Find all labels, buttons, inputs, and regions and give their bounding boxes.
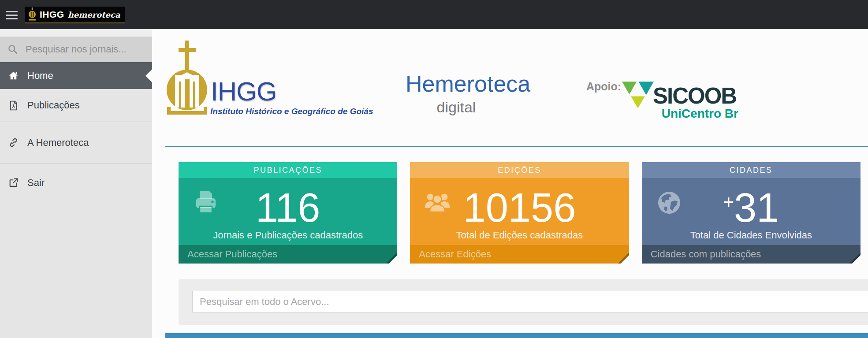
- stat-cards-row: PUBLICAÇÕES 116 Jornais e Publicações ca…: [179, 162, 861, 264]
- sponsor-subname: UniCentro Br: [653, 107, 738, 121]
- sidebar-menu: Home Publicações A Hemeroteca: [0, 62, 152, 202]
- stat-card-cidades[interactable]: CIDADES +31 Total de Cidades Envolvidas …: [642, 162, 861, 264]
- card-body: +31 Total de Cidades Envolvidas: [642, 178, 861, 245]
- search-icon: [7, 44, 19, 55]
- sponsor-name: SICOOB: [653, 85, 736, 107]
- sidebar-item-label: Sair: [27, 177, 45, 189]
- ihgg-logo-subtitle: Instituto Histórico e Geográfico de Goiá…: [210, 107, 373, 116]
- corner-fold-icon: [852, 255, 861, 264]
- sidebar-item-label: A Hemeroteca: [27, 137, 89, 149]
- support-label: Apoio:: [586, 80, 621, 93]
- card-title: CIDADES: [642, 162, 861, 178]
- stat-card-edicoes[interactable]: EDIÇÕES 10156 Total de Edições cadastrad…: [410, 162, 629, 264]
- sidebar-top-strip: [0, 29, 152, 37]
- ihgg-logo-title: IHGG: [211, 78, 276, 105]
- globe-icon: [655, 189, 683, 217]
- card-body: 116 Jornais e Publicações cadastrados: [179, 178, 397, 245]
- top-navbar: IHGG hemeroteca: [0, 0, 868, 29]
- pdf-file-icon: [8, 100, 19, 111]
- site-title: Hemeroteca: [406, 72, 530, 95]
- sicoob-triangle-icon: [622, 81, 654, 110]
- acervo-search-panel: [179, 279, 868, 325]
- sidebar-search: [0, 37, 152, 62]
- card-title: PUBLICAÇÕES: [179, 162, 397, 178]
- sidebar-item-label: Home: [27, 70, 53, 82]
- printer-icon: [192, 189, 220, 217]
- corner-fold-icon: [389, 255, 397, 264]
- brand-title: IHGG: [40, 9, 64, 20]
- home-icon: [8, 70, 19, 81]
- stat-card-publicacoes[interactable]: PUBLICAÇÕES 116 Jornais e Publicações ca…: [179, 162, 397, 264]
- card-footer-link[interactable]: Acessar Edições: [410, 245, 629, 264]
- brand-logo[interactable]: IHGG hemeroteca: [25, 7, 125, 23]
- brand-subtitle: hemeroteca: [68, 10, 120, 19]
- menu-icon[interactable]: [6, 11, 18, 22]
- sidebar-item-sair[interactable]: Sair: [0, 163, 152, 202]
- users-icon: [423, 189, 451, 217]
- header-divider: [165, 146, 868, 147]
- card-subtitle: Total de Edições cadastradas: [410, 230, 629, 241]
- sidebar: Home Publicações A Hemeroteca: [0, 29, 152, 338]
- corner-fold-icon: [621, 255, 629, 264]
- site-subtitle: digital: [401, 99, 511, 116]
- sidebar-item-home[interactable]: Home: [0, 62, 152, 89]
- card-subtitle: Total de Cidades Envolvidas: [642, 230, 861, 241]
- sidebar-item-a-hemeroteca[interactable]: A Hemeroteca: [0, 122, 152, 163]
- bottom-section-divider: [165, 333, 868, 338]
- external-link-icon: [8, 177, 19, 188]
- card-body: 10156 Total de Edições cadastradas: [410, 178, 629, 245]
- link-icon: [8, 137, 19, 148]
- card-subtitle: Jornais e Publicações cadastrados: [179, 230, 397, 241]
- acervo-search-input[interactable]: [192, 291, 868, 313]
- card-title: EDIÇÕES: [410, 162, 629, 178]
- sidebar-search-input[interactable]: [25, 43, 153, 56]
- card-footer-link[interactable]: Cidades com publicações: [642, 245, 861, 264]
- sidebar-item-publicacoes[interactable]: Publicações: [0, 89, 152, 122]
- ihgg-monument-cross-icon: [162, 38, 212, 117]
- main-content: IHGG Instituto Histórico e Geográfico de…: [152, 29, 868, 338]
- ihgg-mini-emblem-icon: [28, 7, 36, 22]
- card-footer-link[interactable]: Acessar Publicações: [179, 245, 397, 264]
- sidebar-item-label: Publicações: [27, 100, 80, 111]
- active-item-notch: [145, 69, 152, 82]
